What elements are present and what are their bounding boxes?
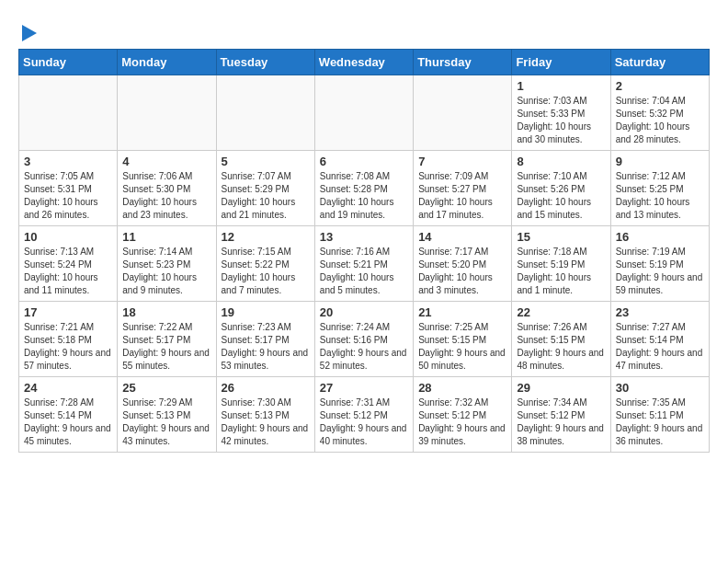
day-number: 21	[418, 305, 506, 319]
day-number: 14	[418, 230, 506, 244]
day-info: Sunrise: 7:26 AMSunset: 5:15 PMDaylight:…	[517, 321, 605, 373]
day-info: Sunrise: 7:23 AMSunset: 5:17 PMDaylight:…	[222, 321, 310, 373]
day-info: Sunrise: 7:21 AMSunset: 5:18 PMDaylight:…	[24, 321, 112, 373]
day-number: 10	[24, 230, 112, 244]
day-cell: 14Sunrise: 7:17 AMSunset: 5:20 PMDayligh…	[414, 225, 512, 301]
day-info: Sunrise: 7:31 AMSunset: 5:12 PMDaylight:…	[320, 396, 408, 448]
day-number: 13	[320, 230, 408, 244]
day-cell	[118, 75, 216, 150]
day-info: Sunrise: 7:06 AMSunset: 5:30 PMDaylight:…	[122, 170, 210, 222]
day-cell: 18Sunrise: 7:22 AMSunset: 5:17 PMDayligh…	[118, 301, 216, 376]
day-cell: 28Sunrise: 7:32 AMSunset: 5:12 PMDayligh…	[414, 376, 512, 452]
day-cell: 17Sunrise: 7:21 AMSunset: 5:18 PMDayligh…	[19, 301, 118, 376]
day-number: 4	[122, 155, 210, 168]
day-number: 16	[616, 230, 704, 244]
day-number: 6	[320, 155, 408, 168]
day-number: 26	[222, 381, 310, 395]
day-cell	[414, 75, 512, 150]
day-number: 1	[517, 79, 605, 93]
day-info: Sunrise: 7:13 AMSunset: 5:24 PMDaylight:…	[24, 246, 112, 297]
calendar-table: SundayMondayTuesdayWednesdayThursdayFrid…	[18, 49, 710, 453]
day-info: Sunrise: 7:29 AMSunset: 5:13 PMDaylight:…	[122, 396, 210, 448]
day-cell: 15Sunrise: 7:18 AMSunset: 5:19 PMDayligh…	[512, 225, 610, 301]
svg-marker-0	[22, 25, 37, 41]
day-info: Sunrise: 7:32 AMSunset: 5:12 PMDaylight:…	[418, 396, 506, 448]
day-number: 15	[517, 230, 605, 244]
day-number: 27	[320, 381, 408, 395]
col-header-wednesday: Wednesday	[314, 49, 413, 75]
day-number: 29	[517, 381, 605, 395]
day-number: 22	[517, 305, 605, 319]
day-cell	[216, 75, 314, 150]
day-cell: 4Sunrise: 7:06 AMSunset: 5:30 PMDaylight…	[118, 150, 216, 225]
day-cell: 22Sunrise: 7:26 AMSunset: 5:15 PMDayligh…	[512, 301, 610, 376]
week-row-4: 17Sunrise: 7:21 AMSunset: 5:18 PMDayligh…	[19, 301, 710, 376]
day-info: Sunrise: 7:28 AMSunset: 5:14 PMDaylight:…	[24, 396, 112, 448]
day-info: Sunrise: 7:34 AMSunset: 5:12 PMDaylight:…	[517, 396, 605, 448]
day-info: Sunrise: 7:17 AMSunset: 5:20 PMDaylight:…	[418, 246, 506, 297]
day-cell: 24Sunrise: 7:28 AMSunset: 5:14 PMDayligh…	[19, 376, 118, 452]
day-number: 20	[320, 305, 408, 319]
day-cell	[314, 75, 413, 150]
day-info: Sunrise: 7:08 AMSunset: 5:28 PMDaylight:…	[320, 170, 408, 222]
week-row-1: 1Sunrise: 7:03 AMSunset: 5:33 PMDaylight…	[19, 75, 710, 150]
day-number: 17	[24, 305, 112, 319]
week-row-5: 24Sunrise: 7:28 AMSunset: 5:14 PMDayligh…	[19, 376, 710, 452]
day-cell: 3Sunrise: 7:05 AMSunset: 5:31 PMDaylight…	[19, 150, 118, 225]
week-row-2: 3Sunrise: 7:05 AMSunset: 5:31 PMDaylight…	[19, 150, 710, 225]
day-number: 9	[616, 155, 704, 168]
day-info: Sunrise: 7:03 AMSunset: 5:33 PMDaylight:…	[517, 95, 605, 146]
day-number: 11	[122, 230, 210, 244]
day-cell: 23Sunrise: 7:27 AMSunset: 5:14 PMDayligh…	[610, 301, 709, 376]
day-number: 18	[122, 305, 210, 319]
col-header-sunday: Sunday	[19, 49, 118, 75]
day-info: Sunrise: 7:16 AMSunset: 5:21 PMDaylight:…	[320, 246, 408, 297]
day-number: 3	[24, 155, 112, 168]
day-number: 25	[122, 381, 210, 395]
day-info: Sunrise: 7:15 AMSunset: 5:22 PMDaylight:…	[222, 246, 310, 297]
day-cell: 29Sunrise: 7:34 AMSunset: 5:12 PMDayligh…	[512, 376, 610, 452]
col-header-saturday: Saturday	[610, 49, 709, 75]
logo	[18, 18, 39, 40]
day-info: Sunrise: 7:09 AMSunset: 5:27 PMDaylight:…	[418, 170, 506, 222]
day-cell: 7Sunrise: 7:09 AMSunset: 5:27 PMDaylight…	[414, 150, 512, 225]
day-cell: 12Sunrise: 7:15 AMSunset: 5:22 PMDayligh…	[216, 225, 314, 301]
day-info: Sunrise: 7:24 AMSunset: 5:16 PMDaylight:…	[320, 321, 408, 373]
day-cell: 20Sunrise: 7:24 AMSunset: 5:16 PMDayligh…	[314, 301, 413, 376]
day-cell: 19Sunrise: 7:23 AMSunset: 5:17 PMDayligh…	[216, 301, 314, 376]
day-number: 30	[616, 381, 704, 395]
day-info: Sunrise: 7:35 AMSunset: 5:11 PMDaylight:…	[616, 396, 704, 448]
col-header-tuesday: Tuesday	[216, 49, 314, 75]
day-number: 5	[222, 155, 310, 168]
day-cell: 27Sunrise: 7:31 AMSunset: 5:12 PMDayligh…	[314, 376, 413, 452]
day-cell: 25Sunrise: 7:29 AMSunset: 5:13 PMDayligh…	[118, 376, 216, 452]
page-header	[18, 18, 710, 40]
day-cell: 5Sunrise: 7:07 AMSunset: 5:29 PMDaylight…	[216, 150, 314, 225]
col-header-friday: Friday	[512, 49, 610, 75]
day-info: Sunrise: 7:22 AMSunset: 5:17 PMDaylight:…	[122, 321, 210, 373]
day-info: Sunrise: 7:27 AMSunset: 5:14 PMDaylight:…	[616, 321, 704, 373]
day-info: Sunrise: 7:05 AMSunset: 5:31 PMDaylight:…	[24, 170, 112, 222]
day-cell: 2Sunrise: 7:04 AMSunset: 5:32 PMDaylight…	[610, 75, 709, 150]
day-info: Sunrise: 7:10 AMSunset: 5:26 PMDaylight:…	[517, 170, 605, 222]
day-number: 28	[418, 381, 506, 395]
day-number: 7	[418, 155, 506, 168]
day-cell: 11Sunrise: 7:14 AMSunset: 5:23 PMDayligh…	[118, 225, 216, 301]
day-number: 24	[24, 381, 112, 395]
day-cell	[19, 75, 118, 150]
day-cell: 6Sunrise: 7:08 AMSunset: 5:28 PMDaylight…	[314, 150, 413, 225]
col-header-thursday: Thursday	[414, 49, 512, 75]
day-cell: 1Sunrise: 7:03 AMSunset: 5:33 PMDaylight…	[512, 75, 610, 150]
day-number: 8	[517, 155, 605, 168]
day-info: Sunrise: 7:25 AMSunset: 5:15 PMDaylight:…	[418, 321, 506, 373]
header-row: SundayMondayTuesdayWednesdayThursdayFrid…	[19, 49, 710, 75]
col-header-monday: Monday	[118, 49, 216, 75]
day-number: 23	[616, 305, 704, 319]
day-cell: 30Sunrise: 7:35 AMSunset: 5:11 PMDayligh…	[610, 376, 709, 452]
logo-icon	[20, 23, 39, 43]
day-info: Sunrise: 7:04 AMSunset: 5:32 PMDaylight:…	[616, 95, 704, 146]
day-cell: 16Sunrise: 7:19 AMSunset: 5:19 PMDayligh…	[610, 225, 709, 301]
week-row-3: 10Sunrise: 7:13 AMSunset: 5:24 PMDayligh…	[19, 225, 710, 301]
day-info: Sunrise: 7:18 AMSunset: 5:19 PMDaylight:…	[517, 246, 605, 297]
day-cell: 9Sunrise: 7:12 AMSunset: 5:25 PMDaylight…	[610, 150, 709, 225]
